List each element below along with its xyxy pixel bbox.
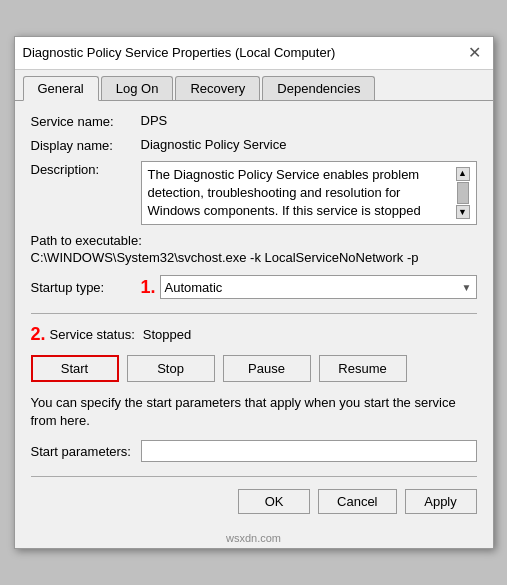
- service-status-row: 2. Service status: Stopped: [31, 324, 477, 345]
- display-name-value: Diagnostic Policy Service: [141, 137, 477, 152]
- ok-button[interactable]: OK: [238, 489, 310, 514]
- description-scrollbar[interactable]: ▲ ▼: [456, 166, 470, 221]
- cancel-button[interactable]: Cancel: [318, 489, 396, 514]
- window-title: Diagnostic Policy Service Properties (Lo…: [23, 45, 336, 60]
- stop-button[interactable]: Stop: [127, 355, 215, 382]
- properties-window: Diagnostic Policy Service Properties (Lo…: [14, 36, 494, 550]
- pause-button[interactable]: Pause: [223, 355, 311, 382]
- description-label: Description:: [31, 161, 141, 177]
- tab-bar: General Log On Recovery Dependencies: [15, 70, 493, 101]
- path-label: Path to executable:: [31, 233, 477, 248]
- close-button[interactable]: ✕: [465, 43, 485, 63]
- footer-divider: [31, 476, 477, 477]
- display-name-row: Display name: Diagnostic Policy Service: [31, 137, 477, 153]
- description-text: The Diagnostic Policy Service enables pr…: [148, 166, 456, 221]
- service-control-buttons: Start Stop Pause Resume: [31, 355, 477, 382]
- tab-general[interactable]: General: [23, 76, 99, 101]
- startup-type-label: Startup type:: [31, 280, 141, 295]
- section-divider: [31, 313, 477, 314]
- footer-buttons: OK Cancel Apply: [31, 483, 477, 518]
- hint-text: You can specify the start parameters tha…: [31, 394, 477, 430]
- service-name-row: Service name: DPS: [31, 113, 477, 129]
- general-tab-content: Service name: DPS Display name: Diagnost…: [15, 101, 493, 531]
- dropdown-arrow-icon: ▼: [462, 282, 472, 293]
- startup-type-value: Automatic: [165, 280, 223, 295]
- watermark: wsxdn.com: [15, 530, 493, 548]
- title-bar: Diagnostic Policy Service Properties (Lo…: [15, 37, 493, 70]
- service-status-value: Stopped: [143, 327, 191, 342]
- service-name-value: DPS: [141, 113, 477, 128]
- start-button[interactable]: Start: [31, 355, 119, 382]
- startup-type-dropdown[interactable]: Automatic ▼: [160, 275, 477, 299]
- scroll-down-arrow[interactable]: ▼: [456, 205, 470, 219]
- service-status-number: 2.: [31, 324, 46, 345]
- scroll-thumb[interactable]: [457, 182, 469, 205]
- scroll-up-arrow[interactable]: ▲: [456, 167, 470, 181]
- path-value: C:\WINDOWS\System32\svchost.exe -k Local…: [31, 250, 477, 265]
- start-parameters-input[interactable]: [141, 440, 477, 462]
- start-parameters-label: Start parameters:: [31, 444, 141, 459]
- service-name-label: Service name:: [31, 113, 141, 129]
- description-box: The Diagnostic Policy Service enables pr…: [141, 161, 477, 226]
- tab-recovery[interactable]: Recovery: [175, 76, 260, 100]
- tab-dependencies[interactable]: Dependencies: [262, 76, 375, 100]
- path-row: Path to executable: C:\WINDOWS\System32\…: [31, 233, 477, 265]
- start-parameters-row: Start parameters:: [31, 440, 477, 462]
- resume-button[interactable]: Resume: [319, 355, 407, 382]
- apply-button[interactable]: Apply: [405, 489, 477, 514]
- service-status-label: Service status:: [50, 327, 135, 342]
- display-name-label: Display name:: [31, 137, 141, 153]
- startup-type-number: 1.: [141, 277, 156, 298]
- startup-type-row: Startup type: 1. Automatic ▼: [31, 275, 477, 299]
- description-row: Description: The Diagnostic Policy Servi…: [31, 161, 477, 226]
- tab-logon[interactable]: Log On: [101, 76, 174, 100]
